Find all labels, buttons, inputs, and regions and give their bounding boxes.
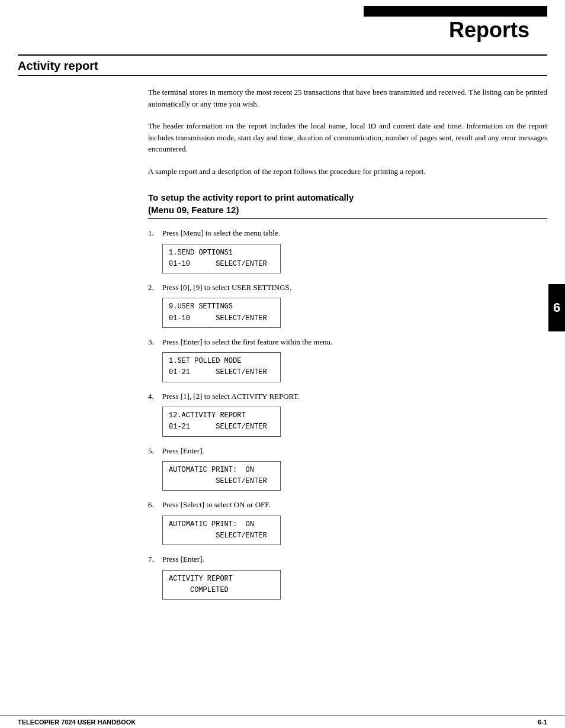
section-tab: 6	[548, 284, 565, 331]
step-number-3: 3.	[148, 336, 162, 348]
step-2: 2.Press [0], [9] to select USER SETTINGS…	[148, 282, 547, 328]
footer: TELECOPIER 7024 USER HANDBOOK 6-1	[0, 716, 565, 728]
step-text-3: Press [Enter] to select the first featur…	[162, 336, 547, 348]
tab-number: 6	[553, 300, 560, 315]
step-4: 4.Press [1], [2] to select ACTIVITY REPO…	[148, 391, 547, 437]
step-number-4: 4.	[148, 391, 162, 402]
page-title: Reports	[449, 18, 547, 43]
paragraph-2: The header information on the report inc…	[148, 120, 547, 155]
step-text-5: Press [Enter].	[162, 445, 547, 457]
lcd-display-5: AUTOMATIC PRINT: ON SELECT/ENTER	[162, 461, 281, 491]
step-number-2: 2.	[148, 282, 162, 294]
main-content: The terminal stores in memory the most r…	[18, 86, 547, 600]
lcd-display-6: AUTOMATIC PRINT: ON SELECT/ENTER	[162, 516, 281, 545]
step-number-6: 6.	[148, 499, 162, 511]
footer-left: TELECOPIER 7024 USER HANDBOOK	[18, 719, 136, 726]
step-7: 7.Press [Enter].ACTIVITY REPORT COMPLETE…	[148, 553, 547, 600]
paragraph-3: A sample report and a description of the…	[148, 166, 547, 178]
step-text-6: Press [Select] to select ON or OFF.	[162, 499, 547, 511]
lcd-display-4: 12.ACTIVITY REPORT 01-21 SELECT/ENTER	[162, 407, 281, 436]
section-heading-container: Activity report	[18, 54, 547, 76]
step-number-5: 5.	[148, 445, 162, 457]
lcd-display-2: 9.USER SETTINGS 01-10 SELECT/ENTER	[162, 298, 281, 327]
step-text-2: Press [0], [9] to select USER SETTINGS.	[162, 282, 547, 294]
steps-container: 1.Press [Menu] to select the menu table.…	[148, 227, 547, 600]
sub-heading: To setup the activity report to print au…	[148, 191, 547, 216]
lcd-display-3: 1.SET POLLED MODE 01-21 SELECT/ENTER	[162, 352, 281, 382]
step-1: 1.Press [Menu] to select the menu table.…	[148, 227, 547, 273]
step-5: 5.Press [Enter].AUTOMATIC PRINT: ON SELE…	[148, 445, 547, 491]
section-heading: Activity report	[18, 59, 547, 76]
step-text-7: Press [Enter].	[162, 553, 547, 565]
lcd-display-7: ACTIVITY REPORT COMPLETED	[162, 570, 281, 600]
step-3: 3.Press [Enter] to select the first feat…	[148, 336, 547, 382]
step-6: 6.Press [Select] to select ON or OFF.AUT…	[148, 499, 547, 545]
footer-right: 6-1	[538, 719, 547, 726]
header-black-bar	[364, 6, 547, 17]
sub-heading-container: To setup the activity report to print au…	[148, 191, 547, 219]
lcd-display-1: 1.SEND OPTIONS1 01-10 SELECT/ENTER	[162, 244, 281, 273]
step-number-7: 7.	[148, 553, 162, 565]
step-text-4: Press [1], [2] to select ACTIVITY REPORT…	[162, 391, 547, 402]
paragraph-1: The terminal stores in memory the most r…	[148, 86, 547, 109]
step-text-1: Press [Menu] to select the menu table.	[162, 227, 547, 239]
header-section: Reports	[0, 0, 565, 43]
step-number-1: 1.	[148, 227, 162, 239]
